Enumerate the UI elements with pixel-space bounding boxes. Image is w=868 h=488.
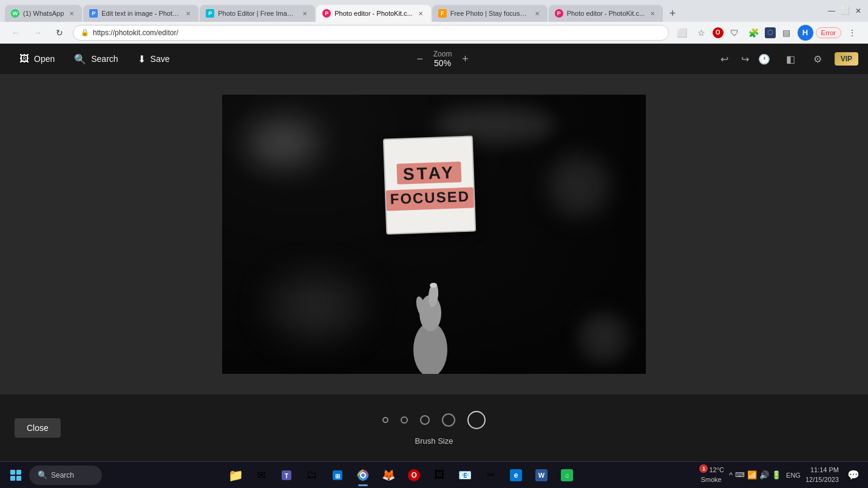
tab-label-edit: Edit text in image - Photo...: [101, 10, 180, 17]
taskbar-app-store[interactable]: ⊞: [325, 463, 350, 487]
taskbar-app-teams[interactable]: T: [274, 463, 299, 487]
opera-button[interactable]: O: [713, 27, 724, 38]
canvas-container: STAY FOCUSED: [222, 95, 646, 374]
close-button[interactable]: Close: [15, 418, 61, 438]
close-window-button[interactable]: ✕: [853, 6, 863, 16]
shield-icon[interactable]: 🛡: [726, 24, 743, 41]
save-button[interactable]: ⬇ Save: [128, 49, 180, 70]
url-bar[interactable]: 🔒 https://photokit.com/editor/: [73, 25, 669, 41]
screenshot-icon[interactable]: ⬜: [674, 24, 691, 41]
history-button[interactable]: 🕐: [754, 49, 774, 69]
language-indicator[interactable]: ENG: [786, 472, 801, 479]
tab-label-stay: Free Photo | Stay focused...: [450, 10, 529, 17]
brush-dot-1[interactable]: [382, 417, 388, 423]
browser-frame: W (1) WhatsApp ✕ P Edit text in image - …: [0, 0, 868, 488]
notification-button[interactable]: 💬: [844, 466, 863, 485]
error-badge[interactable]: Error: [816, 27, 841, 38]
zoom-in-button[interactable]: +: [458, 52, 472, 66]
brush-dot-3[interactable]: [420, 415, 430, 425]
bookmark-icon[interactable]: ☆: [693, 24, 710, 41]
svg-text:e: e: [514, 471, 518, 480]
tab-free-image[interactable]: P Photo Editor | Free Image... ✕: [200, 5, 315, 22]
start-button[interactable]: [5, 464, 27, 486]
tab-close-whatsapp[interactable]: ✕: [67, 9, 76, 18]
menu-button[interactable]: ⋮: [844, 24, 861, 41]
redo-button[interactable]: ↪: [736, 50, 754, 68]
maximize-button[interactable]: ⬜: [840, 6, 850, 16]
volume-icon[interactable]: 🔊: [759, 470, 769, 480]
bokeh-2: [549, 155, 609, 216]
brush-dot-4[interactable]: [442, 413, 455, 427]
tab-close-stay[interactable]: ✕: [533, 9, 541, 18]
taskbar-app-opera[interactable]: O: [402, 463, 426, 487]
adjust-button[interactable]: ⚙: [808, 49, 827, 69]
back-button[interactable]: ←: [7, 24, 24, 41]
taskbar-app-mail2[interactable]: 📧: [453, 463, 477, 487]
zoom-value: 50%: [433, 58, 452, 68]
wifi-icon[interactable]: 📶: [747, 470, 757, 480]
photo-canvas: STAY FOCUSED: [222, 95, 646, 374]
main-canvas-area: STAY FOCUSED: [0, 74, 868, 395]
extension-icon[interactable]: 🧩: [745, 24, 762, 41]
taskbar-app-firefox[interactable]: 🦊: [376, 463, 401, 487]
taskbar-app-photos[interactable]: 🖼: [427, 463, 452, 487]
zoom-out-button[interactable]: −: [413, 52, 427, 66]
tab-favicon-whatsapp: W: [11, 9, 19, 18]
open-button[interactable]: 🖼 Open: [10, 49, 64, 69]
sidebar-toggle-icon[interactable]: ▤: [778, 24, 795, 41]
undo-button[interactable]: ↩: [716, 50, 734, 68]
taskbar-app-edge[interactable]: e: [504, 463, 528, 487]
tab-close-free[interactable]: ✕: [300, 9, 309, 18]
svg-point-4: [430, 283, 437, 288]
tab-photokit-2[interactable]: P Photo editor - PhotoKit.c... ✕: [549, 5, 663, 22]
taskbar-app-files[interactable]: 🗂: [300, 463, 324, 487]
title-bar: W (1) WhatsApp ✕ P Edit text in image - …: [0, 0, 868, 22]
reload-button[interactable]: ↻: [51, 24, 68, 41]
taskbar-app-snip[interactable]: ✂: [478, 463, 503, 487]
clock-time: 11:14 PM: [805, 466, 839, 475]
tab-close-photokit2[interactable]: ✕: [648, 9, 657, 18]
profile-button[interactable]: H: [798, 25, 813, 41]
tab-whatsapp[interactable]: W (1) WhatsApp ✕: [5, 5, 82, 22]
battery-icon[interactable]: 🔋: [771, 470, 781, 480]
taskbar-search[interactable]: 🔍 Search: [29, 466, 102, 485]
new-tab-button[interactable]: +: [664, 5, 681, 22]
clock-date: 12/15/2023: [805, 475, 839, 484]
tab-edit-text[interactable]: P Edit text in image - Photo... ✕: [83, 5, 198, 22]
zoom-control: − Zoom 50% +: [413, 50, 473, 68]
taskbar-clock[interactable]: 11:14 PM 12/15/2023: [805, 466, 839, 484]
minimize-button[interactable]: —: [827, 6, 836, 16]
browser-actions: ⬜ ☆ O 🛡 🧩 ⬡ ▤ H Error ⋮: [674, 24, 861, 41]
taskbar-app-music[interactable]: ♫: [555, 463, 579, 487]
tab-favicon-edit: P: [89, 9, 98, 18]
chevron-up-icon[interactable]: ^: [729, 470, 733, 480]
tab-photokit-active[interactable]: P Photo editor - PhotoKit.c... ✕: [316, 5, 430, 22]
tab-favicon-stay: F: [438, 9, 447, 18]
brush-dot-5[interactable]: [467, 411, 486, 429]
tab-favicon-free: P: [206, 9, 214, 18]
taskbar-weather[interactable]: 1 12°C Smoke: [700, 466, 724, 484]
wallet-icon[interactable]: ⬡: [765, 27, 776, 38]
taskbar-app-mail[interactable]: ✉: [249, 463, 273, 487]
taskbar-app-chrome[interactable]: [351, 463, 375, 487]
zoom-display: Zoom 50%: [433, 50, 452, 68]
tab-stay-focused[interactable]: F Free Photo | Stay focused... ✕: [432, 5, 548, 22]
taskbar-app-explorer[interactable]: 📁: [223, 463, 248, 487]
vip-badge[interactable]: VIP: [835, 52, 858, 66]
bokeh-5: [579, 313, 628, 362]
bottom-panel: Close Brush Size: [0, 395, 868, 461]
forward-button[interactable]: →: [29, 24, 46, 41]
focused-row: FOCUSED: [386, 187, 473, 210]
taskbar-app-word[interactable]: W: [529, 463, 554, 487]
tab-close-edit[interactable]: ✕: [184, 9, 192, 18]
tab-favicon-photokit2: P: [555, 9, 563, 18]
brush-dot-2[interactable]: [401, 416, 408, 424]
stay-text: STAY: [402, 162, 455, 185]
sign-card: STAY FOCUSED: [383, 135, 476, 234]
tab-close-photokit[interactable]: ✕: [416, 9, 425, 18]
layers-button[interactable]: ◧: [781, 49, 801, 69]
save-label: Save: [151, 54, 170, 64]
brush-dots: [382, 411, 486, 429]
search-button[interactable]: 🔍 Search: [64, 49, 127, 70]
win-quad-tl: [10, 470, 15, 475]
